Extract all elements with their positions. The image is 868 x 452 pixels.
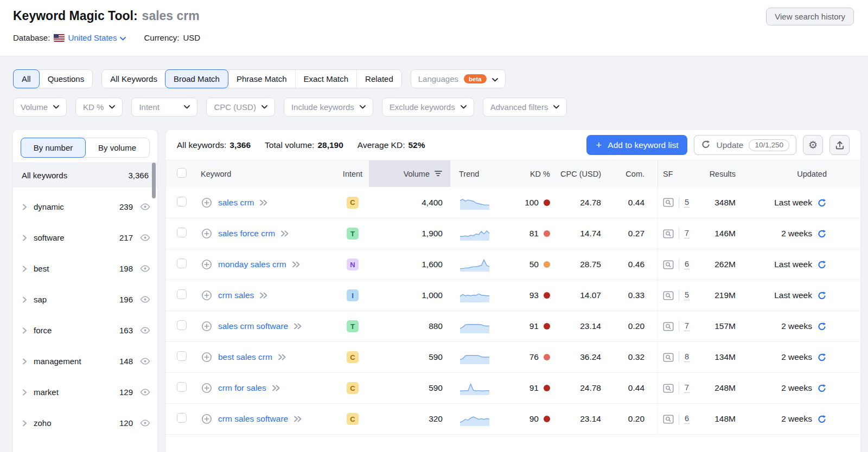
eye-icon[interactable]	[140, 296, 150, 303]
eye-icon[interactable]	[140, 358, 150, 365]
sidebar-item-all-keywords[interactable]: All keywords 3,366	[13, 163, 157, 188]
column-header-updated[interactable]: Updated	[797, 170, 860, 178]
row-checkbox[interactable]	[177, 228, 187, 237]
plus-circle-icon[interactable]	[201, 259, 213, 270]
refresh-keyword-button[interactable]	[817, 383, 827, 393]
sf-count[interactable]: 6	[684, 260, 690, 269]
chevron-right-icon[interactable]	[22, 327, 28, 334]
serp-features-icon[interactable]	[663, 291, 674, 300]
eye-icon[interactable]	[140, 265, 150, 272]
keyword-link[interactable]: sales force crm	[218, 229, 275, 238]
keyword-link[interactable]: crm for sales	[218, 383, 266, 393]
filter-dropdown-include-keywords[interactable]: Include keywords	[284, 98, 373, 117]
refresh-keyword-button[interactable]	[817, 229, 827, 238]
filter-dropdown-kd-[interactable]: KD %	[75, 98, 123, 117]
column-header-trend[interactable]: Trend	[450, 170, 510, 178]
chevron-right-icon[interactable]	[22, 204, 28, 210]
row-checkbox[interactable]	[177, 351, 187, 361]
refresh-keyword-button[interactable]	[817, 352, 827, 362]
row-checkbox[interactable]	[177, 320, 187, 330]
sidebar-toggle-by-number[interactable]: By number	[21, 138, 86, 158]
refresh-keyword-button[interactable]	[817, 290, 827, 300]
keyword-link[interactable]: monday sales crm	[218, 260, 286, 269]
database-selector[interactable]: United States	[54, 33, 126, 42]
filter-tab-questions[interactable]: Questions	[39, 70, 93, 88]
sidebar-toggle-by-volume[interactable]: By volume	[85, 138, 149, 157]
filter-tab-all[interactable]: All	[13, 69, 40, 88]
column-header-keyword[interactable]: Keyword	[196, 170, 336, 178]
plus-circle-icon[interactable]	[201, 197, 213, 209]
table-settings-button[interactable]: ⚙	[803, 135, 823, 155]
double-chevron-icon[interactable]	[293, 323, 302, 330]
serp-features-icon[interactable]	[663, 415, 674, 424]
sidebar-group-software[interactable]: software217	[13, 222, 157, 253]
plus-circle-icon[interactable]	[201, 413, 213, 425]
eye-icon[interactable]	[140, 419, 150, 427]
double-chevron-icon[interactable]	[292, 261, 300, 268]
plus-circle-icon[interactable]	[201, 320, 213, 332]
plus-circle-icon[interactable]	[201, 351, 213, 363]
sf-count[interactable]: 6	[684, 414, 690, 424]
refresh-keyword-button[interactable]	[817, 321, 827, 331]
row-checkbox[interactable]	[177, 382, 187, 392]
chevron-right-icon[interactable]	[22, 389, 28, 396]
double-chevron-icon[interactable]	[259, 292, 267, 299]
sidebar-group-management[interactable]: management148	[13, 346, 157, 377]
chevron-right-icon[interactable]	[22, 296, 28, 303]
column-header-intent[interactable]: Intent	[343, 170, 362, 178]
sidebar-group-force[interactable]: force163	[13, 315, 157, 346]
sf-count[interactable]: 5	[684, 198, 690, 208]
eye-icon[interactable]	[140, 203, 150, 210]
filter-dropdown-intent[interactable]: Intent	[131, 98, 197, 117]
sidebar-group-sap[interactable]: sap196	[13, 284, 157, 315]
filter-tab-all-keywords[interactable]: All Keywords	[102, 70, 165, 88]
double-chevron-icon[interactable]	[293, 416, 302, 422]
plus-circle-icon[interactable]	[201, 382, 213, 394]
sidebar-group-dynamic[interactable]: dynamic239	[13, 191, 157, 222]
column-header-cpc[interactable]: CPC (USD)	[560, 170, 616, 178]
plus-circle-icon[interactable]	[201, 228, 213, 240]
serp-features-icon[interactable]	[663, 353, 674, 362]
eye-icon[interactable]	[140, 327, 150, 334]
sidebar-group-best[interactable]: best198	[13, 253, 157, 284]
eye-icon[interactable]	[140, 234, 150, 241]
column-header-com[interactable]: Com.	[626, 170, 658, 178]
filter-tab-exact-match[interactable]: Exact Match	[295, 70, 357, 88]
languages-dropdown[interactable]: Languages beta	[411, 69, 506, 88]
keyword-link[interactable]: crm sales software	[218, 414, 288, 424]
row-checkbox[interactable]	[177, 413, 187, 423]
add-to-keyword-list-button[interactable]: + Add to keyword list	[586, 135, 687, 155]
sidebar-group-zoho[interactable]: zoho120	[13, 408, 157, 438]
filter-tab-broad-match[interactable]: Broad Match	[165, 69, 228, 88]
chevron-right-icon[interactable]	[22, 420, 28, 427]
column-header-volume[interactable]: Volume	[369, 160, 450, 187]
view-search-history-button[interactable]: View search history	[766, 8, 854, 25]
filter-dropdown-advanced-filters[interactable]: Advanced filters	[483, 98, 567, 117]
column-header-kd[interactable]: KD %	[530, 170, 559, 178]
serp-features-icon[interactable]	[663, 198, 674, 207]
sf-count[interactable]: 7	[684, 229, 690, 238]
serp-features-icon[interactable]	[663, 229, 674, 238]
double-chevron-icon[interactable]	[272, 385, 280, 391]
row-checkbox[interactable]	[177, 289, 187, 299]
filter-dropdown-exclude-keywords[interactable]: Exclude keywords	[382, 98, 474, 117]
column-header-results[interactable]: Results	[710, 170, 745, 178]
refresh-keyword-button[interactable]	[817, 260, 827, 269]
update-button[interactable]: Update 10/1,250	[694, 135, 796, 155]
refresh-keyword-button[interactable]	[817, 198, 827, 208]
sf-count[interactable]: 7	[684, 321, 690, 331]
sf-count[interactable]: 8	[684, 352, 690, 362]
export-button[interactable]	[829, 135, 850, 155]
chevron-right-icon[interactable]	[22, 266, 28, 272]
select-all-checkbox[interactable]	[177, 168, 187, 178]
sf-count[interactable]: 7	[684, 383, 690, 393]
keyword-link[interactable]: crm sales	[218, 290, 254, 300]
filter-tab-phrase-match[interactable]: Phrase Match	[228, 70, 295, 88]
serp-features-icon[interactable]	[663, 322, 674, 331]
double-chevron-icon[interactable]	[259, 199, 267, 206]
refresh-keyword-button[interactable]	[817, 414, 827, 424]
filter-dropdown-volume[interactable]: Volume	[13, 98, 67, 117]
keyword-link[interactable]: best sales crm	[218, 352, 272, 362]
double-chevron-icon[interactable]	[278, 354, 286, 360]
row-checkbox[interactable]	[177, 197, 187, 206]
